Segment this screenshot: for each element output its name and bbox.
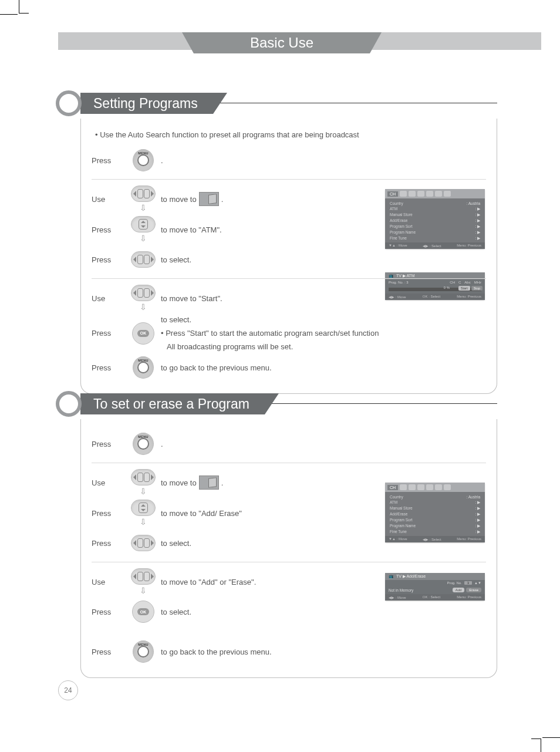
step-desc: to move to "ATM". [161, 225, 486, 234]
step-desc: to go back to the previous menu. [161, 363, 486, 372]
step-verb: Press [92, 225, 126, 234]
step-desc: to move to "Add" or "Erase". [161, 578, 486, 586]
left-right-button-icon [131, 285, 156, 301]
step-verb: Use [92, 578, 126, 586]
icon-label: MENU [138, 643, 148, 646]
step-verb: Press [92, 539, 126, 548]
crop-mark [0, 14, 18, 25]
down-arrow-icon: ⇩ [140, 302, 147, 312]
icon-label: OK [137, 608, 149, 615]
menu-button-icon: MENU [133, 641, 154, 662]
step-verb: Press [92, 255, 126, 264]
step-row: Press MENU . [92, 431, 486, 463]
osd-field: MHz [474, 281, 481, 284]
channel-thumb-icon [199, 192, 219, 206]
step-row: Press ⇩ to move to "ATM". [92, 216, 486, 243]
section-body: • Use the Auto Search function to preset… [80, 119, 497, 394]
manual-page: Basic Use Setting Programs • Use the Aut… [0, 0, 560, 752]
step-row: Use ⇩ to move to "Add" or "Erase". [92, 568, 486, 595]
section-body: CH Country: Austria ATM: ▶ Manual Store:… [80, 419, 497, 678]
menu-button-icon: MENU [133, 150, 154, 171]
crop-mark [542, 727, 560, 738]
step-verb: Press [92, 329, 126, 338]
step-verb: Use [92, 294, 126, 303]
step-row: Press OK to select. • Press "Start" to s… [92, 315, 486, 351]
left-right-button-icon [131, 186, 156, 202]
step-desc: to move to. [161, 192, 486, 206]
ok-button-icon: OK [132, 601, 154, 623]
down-arrow-icon: ⇩ [140, 203, 147, 213]
page-number: 24 [58, 680, 78, 700]
up-down-button-icon [131, 500, 156, 516]
icon-label: OK [137, 330, 149, 337]
icon-label: MENU [138, 359, 148, 362]
step-desc-text: to move to [161, 195, 197, 204]
step-verb: Press [92, 509, 126, 518]
down-arrow-icon: ⇩ [140, 517, 147, 527]
section-intro: • Use the Auto Search function to preset… [95, 130, 486, 139]
step-desc: to move to "Start". [161, 294, 486, 303]
osd-field: C [458, 281, 461, 284]
step-desc: to select. [161, 539, 486, 548]
section-title: Setting Programs [80, 93, 213, 114]
step-desc: . [161, 440, 486, 448]
step-verb: Use [92, 478, 126, 487]
down-arrow-icon: ⇩ [140, 586, 147, 595]
channel-thumb-icon [199, 476, 219, 490]
ok-button-icon: OK [132, 322, 154, 345]
step-row: Press ⇩ to move to "Add/ Erase" [92, 500, 486, 527]
step-row: Press to select. [92, 247, 486, 279]
step-desc-text: to select. [161, 315, 191, 324]
step-row: Press to select. [92, 530, 486, 562]
down-arrow-icon: ⇩ [140, 487, 147, 496]
step-desc: . [161, 156, 486, 165]
left-right-button-icon [131, 568, 156, 585]
step-row: Press MENU to go back to the previous me… [92, 355, 486, 380]
osd-prog-no: Prog. No. : 3 [389, 281, 409, 284]
step-verb: Use [92, 195, 126, 204]
step-verb: Press [92, 363, 126, 372]
step-row: Use ⇩ to move to. [92, 186, 486, 213]
section-title: To set or erase a Program [80, 393, 265, 414]
step-desc: to select. • Press "Start" to start the … [161, 315, 486, 351]
left-right-button-icon [131, 469, 156, 485]
step-desc: to select. [161, 608, 486, 616]
crop-mark [531, 738, 541, 752]
section-set-erase-program: To set or erase a Program CH Country: Au… [58, 393, 497, 678]
step-desc-sub: • Press "Start" to start the automatic p… [161, 329, 486, 338]
osd-field: Abc [464, 281, 470, 284]
up-down-button-icon [131, 216, 156, 232]
menu-button-icon: MENU [133, 433, 154, 454]
step-desc: to select. [161, 255, 486, 264]
header-title: Basic Use [194, 32, 370, 53]
step-verb: Press [92, 440, 126, 448]
step-row: Use ⇩ to move to "Start". [92, 285, 486, 312]
step-desc: to move to. [161, 476, 486, 490]
menu-button-icon: MENU [133, 357, 154, 378]
step-row: Use ⇩ to move to. [92, 469, 486, 496]
step-desc: to go back to the previous menu. [161, 648, 486, 656]
step-row: Press MENU . [92, 147, 486, 180]
left-right-button-icon [131, 535, 156, 551]
down-arrow-icon: ⇩ [140, 234, 147, 243]
section-marker-icon [56, 391, 82, 417]
step-desc-sub: All broadcasting programs will be set. [161, 342, 486, 351]
step-verb: Press [92, 608, 126, 616]
icon-label: MENU [138, 435, 148, 439]
step-desc-text: to move to [161, 478, 197, 487]
step-row: Press MENU to go back to the previous me… [92, 639, 486, 665]
step-desc-text: . [221, 478, 224, 487]
section-marker-icon [56, 90, 82, 116]
osd-field: CH [450, 281, 455, 284]
icon-label: MENU [138, 151, 148, 155]
crop-mark [19, 0, 29, 14]
step-desc: to move to "Add/ Erase" [161, 509, 486, 518]
step-desc-text: . [221, 195, 224, 204]
step-verb: Press [92, 648, 126, 656]
step-verb: Press [92, 156, 126, 165]
section-setting-programs: Setting Programs • Use the Auto Search f… [58, 93, 497, 394]
step-row: Press OK to select. [92, 599, 486, 625]
left-right-button-icon [131, 251, 156, 268]
